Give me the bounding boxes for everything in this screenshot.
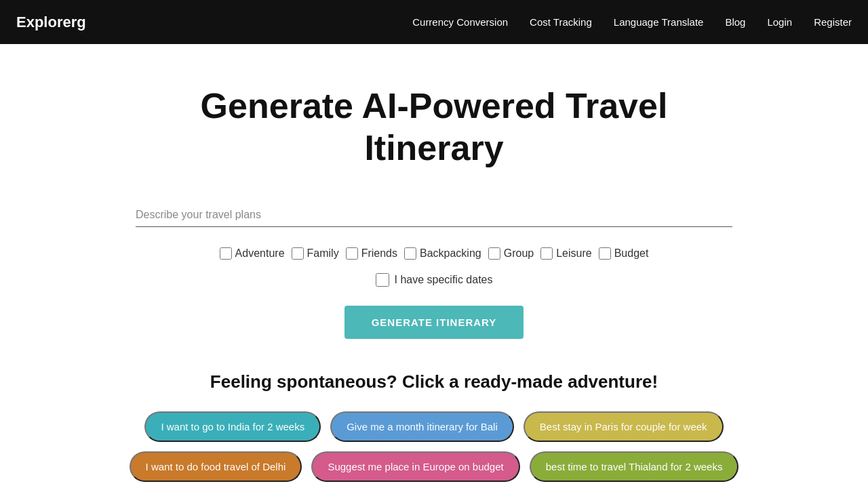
checkbox-group[interactable]: Group xyxy=(488,247,534,260)
checkbox-backpacking[interactable]: Backpacking xyxy=(404,247,481,260)
checkbox-backpacking-label: Backpacking xyxy=(420,247,481,260)
pill-delhi[interactable]: I want to do food travel of Delhi xyxy=(130,451,302,482)
checkbox-friends[interactable]: Friends xyxy=(346,247,397,260)
pill-bali[interactable]: Give me a month itinerary for Bali xyxy=(330,411,514,442)
cost-tracking-link[interactable]: Cost Tracking xyxy=(530,16,592,28)
pill-europe[interactable]: Suggest me place in Europe on budget xyxy=(311,451,519,482)
pill-thailand[interactable]: best time to travel Thialand for 2 weeks xyxy=(530,451,739,482)
nav-links: Currency Conversion Cost Tracking Langua… xyxy=(412,16,852,28)
checkbox-group-label: Group xyxy=(504,247,534,260)
checkbox-leisure-label: Leisure xyxy=(556,247,591,260)
pill-paris[interactable]: Best stay in Paris for couple for week xyxy=(524,411,724,442)
checkbox-family-input[interactable] xyxy=(292,247,304,260)
checkbox-family-label: Family xyxy=(307,247,339,260)
pill-india[interactable]: I want to go to India for 2 weeks xyxy=(144,411,321,442)
checkbox-adventure[interactable]: Adventure xyxy=(220,247,285,260)
language-translate-link[interactable]: Language Translate xyxy=(614,16,704,28)
travel-plans-input[interactable] xyxy=(136,203,732,227)
checkbox-leisure-input[interactable] xyxy=(540,247,553,260)
navbar: Explorerg Currency Conversion Cost Track… xyxy=(0,0,868,44)
checkbox-adventure-label: Adventure xyxy=(235,247,285,260)
checkbox-leisure[interactable]: Leisure xyxy=(540,247,591,260)
page-title: Generate AI-Powered Travel Itinerary xyxy=(129,85,739,169)
brand-logo[interactable]: Explorerg xyxy=(16,14,86,31)
checkbox-group-input[interactable] xyxy=(488,247,500,260)
specific-dates-row: I have specific dates xyxy=(376,273,493,287)
register-link[interactable]: Register xyxy=(814,16,852,28)
checkbox-budget-label: Budget xyxy=(614,247,649,260)
checkbox-friends-label: Friends xyxy=(361,247,397,260)
blog-link[interactable]: Blog xyxy=(725,16,745,28)
checkbox-friends-input[interactable] xyxy=(346,247,358,260)
checkbox-adventure-input[interactable] xyxy=(220,247,232,260)
spontaneous-title: Feeling spontaneous? Click a ready-made … xyxy=(210,371,658,392)
checkbox-budget-input[interactable] xyxy=(599,247,611,260)
checkboxes-row: Adventure Family Friends Backpacking Gro… xyxy=(220,247,649,260)
checkbox-budget[interactable]: Budget xyxy=(599,247,649,260)
input-container xyxy=(136,203,732,227)
specific-dates-label: I have specific dates xyxy=(395,274,493,286)
specific-dates-checkbox[interactable] xyxy=(376,273,389,287)
adventure-pills: I want to go to India for 2 weeks Give m… xyxy=(61,411,807,488)
generate-itinerary-button[interactable]: GENERATE ITINERARY xyxy=(344,306,524,339)
checkbox-family[interactable]: Family xyxy=(292,247,339,260)
main-content: Generate AI-Powered Travel Itinerary Adv… xyxy=(0,44,868,488)
login-link[interactable]: Login xyxy=(767,16,792,28)
checkbox-backpacking-input[interactable] xyxy=(404,247,416,260)
currency-conversion-link[interactable]: Currency Conversion xyxy=(412,16,508,28)
